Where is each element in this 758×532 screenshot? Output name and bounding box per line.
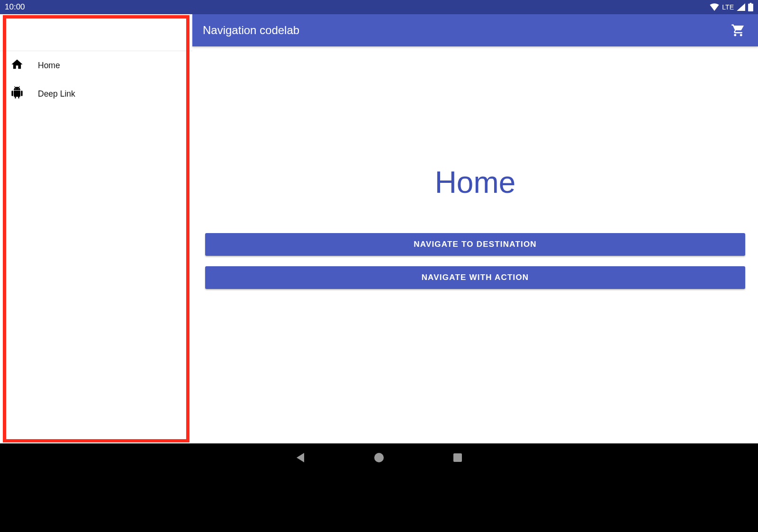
status-clock: 10:00 bbox=[5, 2, 25, 12]
circle-icon bbox=[373, 452, 385, 463]
nav-drawer: Home Deep Link bbox=[0, 14, 192, 443]
cart-button[interactable] bbox=[729, 21, 748, 40]
app-bar-title: Navigation codelab bbox=[203, 24, 729, 37]
letterbox-bottom bbox=[0, 472, 758, 532]
back-icon bbox=[295, 452, 306, 463]
status-bar: 10:00 LTE bbox=[0, 0, 758, 14]
battery-icon bbox=[748, 3, 753, 11]
sidebar-item-label: Home bbox=[38, 61, 60, 71]
back-button[interactable] bbox=[294, 451, 307, 464]
home-icon bbox=[10, 58, 24, 73]
navigate-to-destination-button[interactable]: Navigate to Destination bbox=[205, 233, 745, 256]
status-right: LTE bbox=[710, 3, 753, 11]
recents-button[interactable] bbox=[451, 451, 464, 464]
wifi-icon bbox=[710, 3, 719, 11]
square-icon bbox=[452, 452, 463, 463]
cart-icon bbox=[731, 23, 745, 37]
system-nav-bar bbox=[0, 443, 758, 472]
sidebar-item-deeplink[interactable]: Deep Link bbox=[0, 80, 192, 108]
svg-rect-1 bbox=[453, 453, 462, 462]
svg-point-0 bbox=[374, 453, 384, 462]
sidebar-item-home[interactable]: Home bbox=[0, 51, 192, 80]
drawer-header bbox=[0, 14, 192, 51]
sidebar-item-label: Deep Link bbox=[38, 89, 75, 99]
android-icon bbox=[10, 86, 24, 102]
page-title: Home bbox=[435, 165, 516, 200]
signal-icon bbox=[737, 3, 745, 11]
content-area: Home Navigate to Destination Navigate wi… bbox=[192, 46, 758, 443]
home-button[interactable] bbox=[373, 451, 385, 464]
network-label: LTE bbox=[722, 3, 734, 11]
app-bar: Navigation codelab bbox=[192, 14, 758, 46]
navigate-with-action-button[interactable]: Navigate with Action bbox=[205, 266, 745, 289]
